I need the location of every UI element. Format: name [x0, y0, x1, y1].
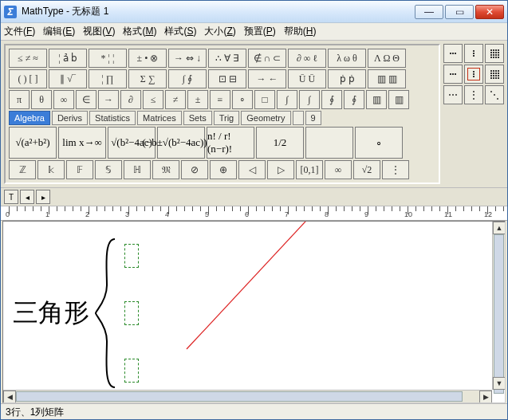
zoom-right-button[interactable]: ▸: [36, 190, 50, 204]
palette-cell[interactable]: ▥: [388, 90, 409, 109]
palette-cell[interactable]: ( ) [ ]: [9, 69, 47, 88]
menu-帮助[interactable]: 帮助(H): [284, 25, 317, 38]
menu-编辑[interactable]: 编辑(E): [43, 25, 75, 38]
palette-cell[interactable]: ∫: [299, 90, 320, 109]
row-ellipsis[interactable]: ⋯: [443, 85, 463, 104]
palette-cell[interactable]: ∥ √‾: [49, 69, 87, 88]
palette-cell[interactable]: ∴ ∀ ∃: [208, 49, 246, 68]
palette-cell[interactable]: 𝔐: [152, 160, 179, 179]
menu-大小[interactable]: 大小(Z): [204, 25, 235, 38]
menu-预置[interactable]: 预置(P): [244, 25, 276, 38]
scroll-right-button[interactable]: ▶: [479, 391, 492, 403]
palette-cell[interactable]: Λ Ω Θ: [368, 49, 406, 68]
tab-Derivs[interactable]: Derivs: [52, 111, 88, 125]
tab-Sets[interactable]: Sets: [183, 111, 212, 125]
palette-cell[interactable]: ∫ ∮: [168, 69, 207, 88]
matrix-4x4[interactable]: [485, 65, 504, 84]
matrix-3x1-highlight[interactable]: [464, 65, 483, 84]
horizontal-scrollbar[interactable]: ◀ ▶: [3, 390, 492, 402]
case-slot-2[interactable]: [124, 301, 139, 325]
menu-视图[interactable]: 视图(V): [83, 25, 115, 38]
template-cell[interactable]: (−b±√(b²−4ac))/2a: [157, 127, 205, 159]
scroll-thumb-h[interactable]: [16, 391, 463, 402]
matrix-3col[interactable]: [443, 44, 463, 63]
col-ellipsis[interactable]: ⋮: [464, 85, 483, 104]
tab-Geometry[interactable]: Geometry: [241, 111, 290, 125]
palette-cell[interactable]: ∮: [321, 90, 342, 109]
matrix-1row[interactable]: [443, 65, 463, 84]
case-slot-1[interactable]: [124, 244, 139, 268]
palette-cell[interactable]: ∞: [53, 90, 74, 109]
palette-cell[interactable]: ∘: [232, 90, 253, 109]
palette-cell[interactable]: ≡: [210, 90, 230, 109]
zoom-t-button[interactable]: T: [4, 190, 18, 204]
palette-cell[interactable]: 𝔽: [66, 160, 93, 179]
palette-cell[interactable]: ∂ ∞ ℓ: [288, 49, 326, 68]
palette-cell[interactable]: [0,1]: [296, 160, 323, 179]
scroll-thumb-v[interactable]: [494, 234, 504, 394]
palette-cell[interactable]: → ←: [248, 69, 286, 88]
palette-cell[interactable]: ℍ: [124, 160, 151, 179]
edit-area[interactable]: 三角形 ▲ ▼ ◀ ▶: [2, 221, 506, 403]
palette-cell[interactable]: ± • ⊗: [128, 49, 167, 68]
vertical-scrollbar[interactable]: ▲ ▼: [492, 222, 505, 390]
tab-blank[interactable]: [293, 111, 304, 125]
palette-cell[interactable]: 𝕊: [95, 160, 122, 179]
palette-cell[interactable]: ∂: [120, 90, 141, 109]
text-ideograph[interactable]: 三角形: [13, 296, 89, 331]
palette-cell[interactable]: ∮: [344, 90, 364, 109]
palette-cell[interactable]: λ ω θ: [328, 49, 366, 68]
palette-cell[interactable]: ⊡ ⊟: [208, 69, 246, 88]
palette-cell[interactable]: Σ ∑: [128, 69, 167, 88]
palette-cell[interactable]: ∞: [325, 160, 352, 179]
menu-样式[interactable]: 样式(S): [164, 25, 196, 38]
zoom-left-button[interactable]: ◂: [20, 190, 34, 204]
palette-cell[interactable]: ∉ ∩ ⊂: [248, 49, 286, 68]
menu-格式[interactable]: 格式(M): [123, 25, 156, 38]
palette-cell[interactable]: ▥: [366, 90, 387, 109]
template-cell[interactable]: √(a²+b²): [9, 127, 57, 159]
tab-Statistics[interactable]: Statistics: [89, 111, 136, 125]
palette-cell[interactable]: ≤ ≠ ≈: [9, 49, 47, 68]
case-slot-3[interactable]: [124, 359, 139, 383]
template-cell[interactable]: n! / r!(n−r)!: [207, 127, 254, 159]
palette-cell[interactable]: ⊕: [210, 160, 237, 179]
tab-9[interactable]: 9: [305, 111, 321, 125]
scroll-up-button[interactable]: ▲: [493, 222, 506, 234]
matrix-1col[interactable]: [464, 44, 483, 63]
palette-cell[interactable]: ¦ ∏: [89, 69, 127, 88]
template-cell[interactable]: [305, 127, 353, 159]
template-cell[interactable]: lim x→∞: [58, 127, 106, 159]
palette-cell[interactable]: ≠: [165, 90, 186, 109]
palette-cell[interactable]: ℤ: [9, 160, 36, 179]
palette-cell[interactable]: ṗ ṗ: [328, 69, 366, 88]
palette-cell[interactable]: ¦ ả ḃ: [49, 49, 87, 68]
palette-cell[interactable]: →: [98, 90, 119, 109]
diag-ellipsis[interactable]: ⋱: [485, 85, 504, 104]
palette-cell[interactable]: ▥ ▥: [368, 69, 406, 88]
palette-cell[interactable]: ▷: [267, 160, 294, 179]
palette-cell[interactable]: Ū Ū: [288, 69, 326, 88]
palette-cell[interactable]: * ¦ ¦: [89, 49, 127, 68]
menu-文件[interactable]: 文件(F): [4, 25, 35, 38]
template-cell[interactable]: ∘: [355, 127, 403, 159]
template-cell[interactable]: 1/2: [256, 127, 304, 159]
palette-cell[interactable]: ◁: [238, 160, 266, 179]
palette-cell[interactable]: □: [254, 90, 275, 109]
palette-cell[interactable]: ⊘: [181, 160, 208, 179]
scroll-down-button[interactable]: ▼: [493, 377, 506, 390]
palette-cell[interactable]: θ: [31, 90, 52, 109]
palette-cell[interactable]: → ⇔ ↓: [168, 49, 207, 68]
tab-Matrices[interactable]: Matrices: [137, 111, 182, 125]
palette-cell[interactable]: 𝕜: [37, 160, 65, 179]
scroll-left-button[interactable]: ◀: [3, 391, 16, 403]
tab-Trig[interactable]: Trig: [214, 111, 240, 125]
close-button[interactable]: ✕: [475, 5, 504, 19]
palette-cell[interactable]: ∈: [76, 90, 96, 109]
maximize-button[interactable]: ▭: [445, 5, 474, 19]
palette-cell[interactable]: ⋮: [382, 160, 409, 179]
palette-cell[interactable]: π: [9, 90, 30, 109]
palette-cell[interactable]: ∫: [277, 90, 297, 109]
palette-cell[interactable]: ≤: [143, 90, 163, 109]
minimize-button[interactable]: —: [415, 5, 443, 19]
